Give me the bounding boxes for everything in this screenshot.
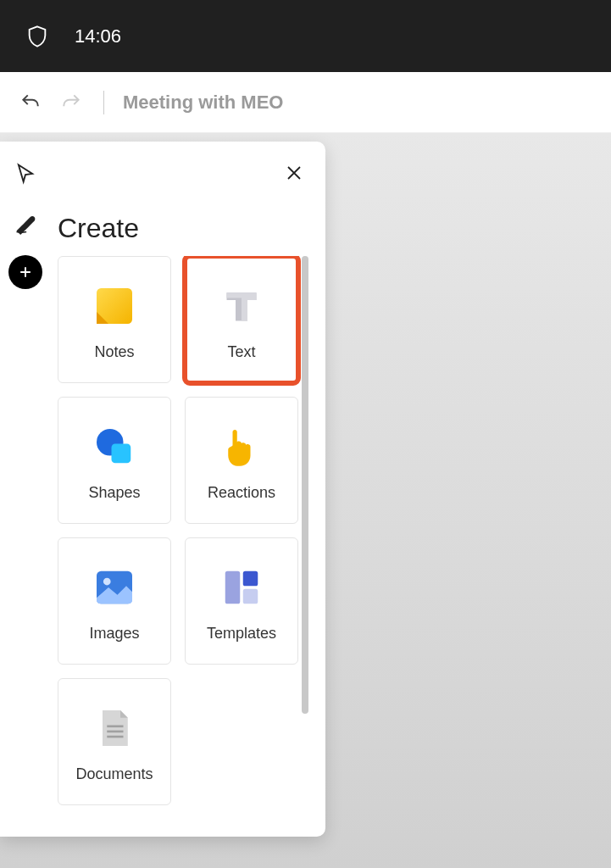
pen-tool[interactable] [8,206,42,240]
shield-icon [25,25,49,48]
close-button[interactable] [281,160,307,186]
templates-icon [214,560,269,615]
document-title[interactable]: Meeting with MEO [123,92,283,114]
images-icon [87,560,142,615]
shapes-icon [87,420,142,474]
notes-icon [87,279,142,333]
svg-rect-8 [107,725,123,727]
svg-rect-7 [243,588,258,604]
svg-rect-6 [243,570,258,586]
app-toolbar: Meeting with MEO [0,72,611,133]
side-toolbar [8,157,42,289]
status-time: 14:06 [75,25,121,47]
svg-rect-9 [107,730,123,732]
panel-title: Create [58,213,308,244]
reactions-icon [214,420,269,474]
status-bar: 14:06 [0,0,611,72]
card-text[interactable]: Text [185,256,298,383]
redo-button[interactable] [58,89,85,116]
card-label: Reactions [208,484,275,502]
card-documents[interactable]: Documents [58,678,171,805]
create-grid: Notes Text [58,256,308,805]
svg-rect-10 [107,735,123,737]
card-label: Images [89,625,139,643]
card-reactions[interactable]: Reactions [185,397,298,524]
svg-rect-5 [225,570,241,604]
card-label: Shapes [88,484,140,502]
documents-icon [87,701,142,755]
text-icon [214,279,269,333]
svg-point-4 [103,577,111,585]
svg-rect-2 [112,443,131,463]
card-templates[interactable]: Templates [185,537,298,665]
card-shapes[interactable]: Shapes [58,397,171,524]
pointer-tool[interactable] [8,157,42,191]
card-label: Templates [207,625,276,643]
create-panel: Create [0,142,325,837]
toolbar-divider [103,91,104,114]
undo-button[interactable] [17,89,44,116]
card-label: Notes [94,343,134,361]
panel-scrollbar[interactable] [302,256,308,714]
card-label: Text [227,343,255,361]
canvas-area[interactable]: Create [0,133,611,868]
card-images[interactable]: Images [58,537,171,665]
card-label: Documents [75,765,153,783]
card-notes[interactable]: Notes [58,256,171,383]
add-tool[interactable] [8,255,42,289]
